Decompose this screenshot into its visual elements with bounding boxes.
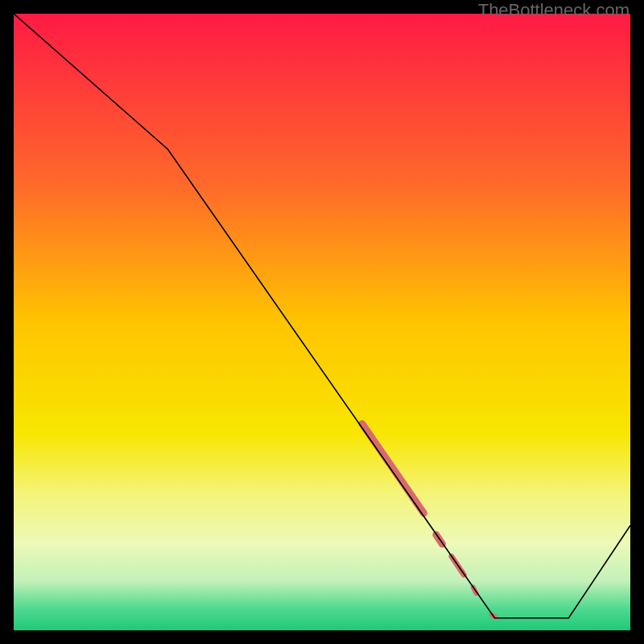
bottleneck-curve [14,14,630,618]
chart-overlay [14,14,630,630]
svg-line-1 [362,423,424,513]
highlight-band [362,423,495,617]
chart-frame: TheBottleneck.com [0,0,644,644]
watermark-text: TheBottleneck.com [478,0,630,21]
plot-area [14,14,630,630]
